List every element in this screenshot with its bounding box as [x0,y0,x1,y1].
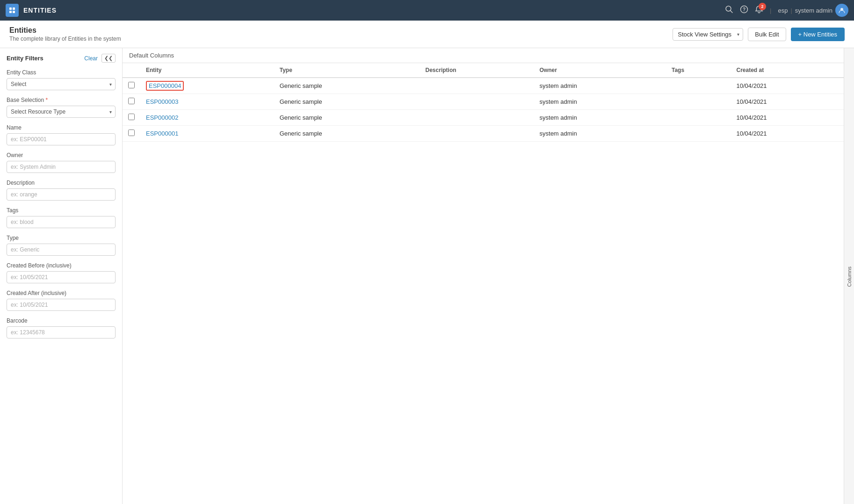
nav-divider: | [770,7,771,14]
row-checkbox-cell [123,126,140,142]
help-icon[interactable]: ? [740,5,748,15]
row-checkbox[interactable] [128,82,135,88]
notifications-bell[interactable]: 2 [755,5,763,15]
type-cell: Generic sample [274,94,420,110]
sidebar-title: Entity Filters [7,55,43,62]
table-section: Default Columns Entity Type Description … [123,48,844,142]
page-subtitle: The complete library of Entities in the … [9,36,121,42]
tags-input[interactable] [7,216,116,228]
tags-cell [666,126,731,142]
row-checkbox[interactable] [128,98,135,104]
page-header-left: Entities The complete library of Entitie… [9,26,121,42]
user-menu[interactable]: esp | system admin [778,4,848,17]
entity-filters-sidebar: Entity Filters Clear ❮❮ Entity Class Sel… [0,48,123,504]
base-selection-filter: Base Selection Select Resource Type [7,97,116,118]
entity-col-header: Entity [140,63,274,78]
created-before-filter: Created Before (inclusive) [7,262,116,283]
created-at-cell: 10/04/2021 [731,110,844,126]
avatar [835,4,848,17]
sidebar-collapse-button[interactable]: ❮❮ [101,54,116,63]
table-body: ESP000004Generic samplesystem admin10/04… [123,78,844,142]
base-selection-label: Base Selection [7,97,116,103]
entity-cell: ESP000004 [140,78,274,94]
columns-panel[interactable]: Columns [844,48,854,504]
barcode-input[interactable] [7,326,116,338]
view-settings-wrapper: Stock View Settings [673,28,743,41]
entities-table: Entity Type Description Owner Tags Creat… [123,63,844,142]
owner-input[interactable] [7,161,116,173]
created-before-input[interactable] [7,271,116,283]
entity-link[interactable]: ESP000002 [146,114,178,121]
entity-link[interactable]: ESP000004 [146,81,184,91]
topnav-left: ENTITIES [6,4,57,17]
created-before-label: Created Before (inclusive) [7,262,116,269]
tags-cell [666,110,731,126]
type-label: Type [7,235,116,241]
owner-label: Owner [7,152,116,158]
svg-text:?: ? [743,7,745,12]
app-title: ENTITIES [23,7,57,14]
table-header-row: Entity Type Description Owner Tags Creat… [123,63,844,78]
columns-panel-label: Columns [847,266,852,287]
svg-rect-2 [9,11,12,13]
entity-class-filter: Entity Class Select [7,69,116,90]
table-head: Entity Type Description Owner Tags Creat… [123,63,844,78]
owner-cell: system admin [534,110,666,126]
page-title: Entities [9,26,121,35]
description-label: Description [7,180,116,186]
created-after-label: Created After (inclusive) [7,290,116,296]
owner-cell: system admin [534,78,666,94]
tags-col-header: Tags [666,63,731,78]
row-checkbox[interactable] [128,114,135,120]
type-col-header: Type [274,63,420,78]
description-cell [420,78,534,94]
row-checkbox-cell [123,110,140,126]
search-icon[interactable] [725,5,733,15]
tags-cell [666,78,731,94]
barcode-label: Barcode [7,317,116,324]
created-after-input[interactable] [7,299,116,311]
entity-link[interactable]: ESP000003 [146,98,178,105]
entity-class-select[interactable]: Select [7,78,116,90]
row-checkbox[interactable] [128,130,135,136]
description-input[interactable] [7,188,116,201]
user-name: system admin [795,7,832,14]
description-filter: Description [7,180,116,201]
table-row: ESP000004Generic samplesystem admin10/04… [123,78,844,94]
entity-cell: ESP000002 [140,110,274,126]
description-cell [420,94,534,110]
type-input[interactable] [7,244,116,256]
owner-cell: system admin [534,94,666,110]
view-settings-select[interactable]: Stock View Settings [673,28,743,41]
table-row: ESP000002Generic samplesystem admin10/04… [123,110,844,126]
created-at-col-header: Created at [731,63,844,78]
tags-label: Tags [7,207,116,214]
notification-badge: 2 [759,3,766,10]
page-header: Entities The complete library of Entitie… [0,21,854,48]
owner-cell: system admin [534,126,666,142]
base-selection-select[interactable]: Select Resource Type [7,106,116,118]
name-filter: Name [7,124,116,145]
page-header-right: Stock View Settings Bulk Edit + New Enti… [673,28,845,41]
entity-link[interactable]: ESP000001 [146,130,178,137]
name-label: Name [7,124,116,131]
owner-filter: Owner [7,152,116,173]
name-input[interactable] [7,133,116,145]
created-after-filter: Created After (inclusive) [7,290,116,311]
new-entities-button[interactable]: + New Entities [791,28,845,41]
user-id: esp [778,7,788,14]
app-logo [6,4,19,17]
svg-rect-0 [9,7,12,10]
type-cell: Generic sample [274,78,420,94]
table-row: ESP000001Generic samplesystem admin10/04… [123,126,844,142]
bulk-edit-button[interactable]: Bulk Edit [748,28,786,41]
row-checkbox-cell [123,78,140,94]
owner-col-header: Owner [534,63,666,78]
table-row: ESP000003Generic samplesystem admin10/04… [123,94,844,110]
created-at-cell: 10/04/2021 [731,126,844,142]
content-area: Default Columns Entity Type Description … [123,48,844,504]
tags-cell [666,94,731,110]
entity-cell: ESP000001 [140,126,274,142]
created-at-cell: 10/04/2021 [731,94,844,110]
clear-filters-link[interactable]: Clear [84,55,98,62]
